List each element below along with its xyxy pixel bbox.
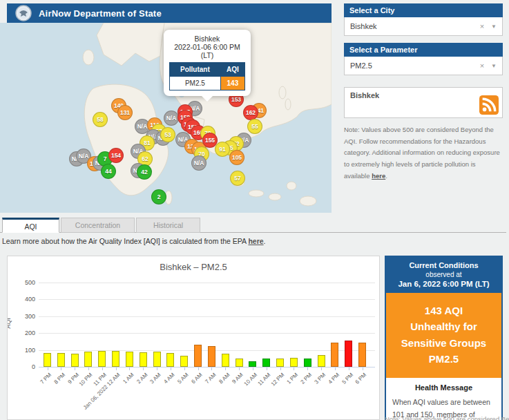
city-select-header: Select a City [344, 3, 503, 17]
x-axis-tick-label: 6 PM [354, 372, 368, 385]
chart-bar[interactable] [98, 351, 106, 367]
map-marker[interactable]: 154 [108, 148, 124, 163]
chart-gridline [39, 316, 375, 317]
x-axis-line [39, 367, 375, 368]
x-axis-tick [184, 368, 185, 370]
conditions-datetime: Jan 6, 2022 6:00 PM (LT) [389, 280, 499, 288]
chart-bar[interactable] [71, 354, 79, 367]
parameter-select-header: Select a Parameter [344, 43, 503, 57]
chart-bar[interactable] [180, 356, 188, 367]
x-axis-tick-label: 3 AM [149, 372, 162, 385]
conditions-aqi-block: 143 AQI Unhealthy for Sensitive Groups P… [386, 293, 501, 378]
map-marker[interactable]: 44 [101, 164, 116, 179]
conditions-header: Current Conditions observed at Jan 6, 20… [386, 257, 501, 293]
tooltip-timezone: (LT) [169, 51, 245, 59]
tooltip-col-pollutant: Pollutant [170, 63, 221, 77]
map-marker[interactable]: 91 [215, 142, 230, 157]
x-axis-tick-label: 5 AM [176, 372, 189, 385]
tooltip-city: Bishkek [169, 35, 245, 43]
world-map[interactable]: 58140131N/AN/A11057N/AN/A5381N/A62N/A422… [0, 23, 332, 213]
chart-bar[interactable] [276, 359, 284, 367]
map-marker[interactable]: 58 [93, 112, 108, 127]
clipped-note: Note: Values above 500 are considered Be… [385, 415, 506, 420]
x-axis-tick-label: 2 AM [135, 372, 148, 385]
x-axis-tick [225, 368, 226, 370]
map-tooltip: Bishkek 2022-01-06 6:00 PM (LT) Pollutan… [164, 30, 251, 96]
map-marker[interactable]: 53 [160, 127, 175, 142]
x-axis-tick-label: 6 AM [190, 372, 203, 385]
x-axis-tick [280, 368, 281, 370]
x-axis-tick-label: 5 PM [340, 372, 354, 385]
chart-bar[interactable] [57, 353, 65, 367]
chart-bar[interactable] [153, 352, 161, 367]
conditions-category: Unhealthy for Sensitive Groups [392, 318, 496, 351]
chart-bar[interactable] [194, 345, 202, 367]
x-axis-tick [267, 368, 267, 370]
x-axis-tick [253, 368, 253, 370]
map-marker[interactable]: 162 [243, 105, 258, 120]
conditions-title: Current Conditions [389, 261, 499, 269]
chart-bar[interactable] [222, 354, 229, 367]
map-marker[interactable]: N/A [191, 155, 207, 171]
x-axis-tick [116, 368, 117, 370]
chart-bar[interactable] [331, 343, 338, 367]
map-marker[interactable]: 105 [229, 150, 244, 165]
city-chevron-down-icon[interactable]: ▼ [491, 23, 497, 30]
rss-icon[interactable] [479, 95, 499, 115]
map-marker[interactable]: 57 [230, 171, 245, 186]
map-marker[interactable]: 55 [247, 119, 262, 134]
parameter-chevron-down-icon[interactable]: ▼ [491, 63, 497, 69]
learn-more-here-link[interactable]: here [248, 237, 263, 245]
conditions-pollutant: PM2.5 [392, 351, 496, 367]
chart-bar[interactable] [304, 359, 311, 367]
y-axis-tick-label: 400 [9, 296, 35, 303]
city-select-value: Bishkek [350, 22, 480, 30]
chart-bar[interactable] [208, 346, 215, 368]
map-marker[interactable]: N/A [164, 111, 179, 126]
city-select[interactable]: Bishkek × ▼ [344, 17, 503, 36]
x-axis-tick [294, 368, 294, 370]
parameter-select[interactable]: PM2.5 × ▼ [344, 57, 503, 75]
current-conditions-panel: Current Conditions observed at Jan 6, 20… [385, 256, 503, 420]
chart-bar[interactable] [318, 355, 325, 367]
x-axis-tick [61, 368, 61, 370]
chart-bar[interactable] [84, 352, 92, 367]
x-axis-tick-label: 7 PM [39, 372, 53, 385]
x-axis-tick [143, 368, 144, 370]
chart-bar[interactable] [166, 353, 174, 367]
x-axis-tick-label: 8 PM [53, 372, 67, 385]
x-axis-tick [211, 368, 212, 370]
y-axis-tick-label: 200 [9, 330, 35, 336]
chart-bar[interactable] [290, 358, 298, 367]
chart-bar[interactable] [126, 352, 133, 367]
city-clear-icon[interactable]: × [480, 22, 484, 30]
chart-bar[interactable] [112, 351, 119, 367]
y-axis-tick-label: 300 [9, 313, 35, 320]
tab-concentration[interactable]: Concentration [61, 218, 135, 233]
parameter-clear-icon[interactable]: × [480, 61, 484, 70]
conditions-aqi-value: 143 AQI [392, 303, 496, 318]
chart-bar[interactable] [140, 352, 147, 367]
chart-gridline [39, 350, 375, 351]
rss-feed-box: Bishkek [344, 87, 503, 118]
map-marker[interactable]: 2 [151, 189, 166, 204]
tab-historical[interactable]: Historical [136, 218, 200, 233]
y-axis-tick-label: 100 [9, 347, 35, 354]
x-axis-tick [239, 368, 240, 370]
learn-more-line: Learn more about how the Air Quality Ind… [2, 237, 266, 245]
x-axis-tick-label: 10 PM [78, 372, 94, 388]
map-marker[interactable]: 42 [137, 164, 152, 180]
chart-bar[interactable] [262, 359, 270, 367]
rss-city-label: Bishkek [350, 91, 379, 99]
map-marker[interactable]: 131 [117, 105, 133, 120]
x-axis-tick [102, 368, 103, 370]
chart-bar[interactable] [249, 361, 256, 367]
x-axis-tick [335, 368, 336, 370]
conditions-subtitle: observed at [389, 271, 499, 278]
chart-bar[interactable] [236, 359, 243, 367]
note-here-link[interactable]: here [372, 172, 385, 180]
chart-bar[interactable] [44, 353, 51, 367]
tab-aqi[interactable]: AQI [2, 218, 59, 233]
chart-bar[interactable] [345, 341, 352, 367]
chart-bar[interactable] [358, 343, 366, 367]
